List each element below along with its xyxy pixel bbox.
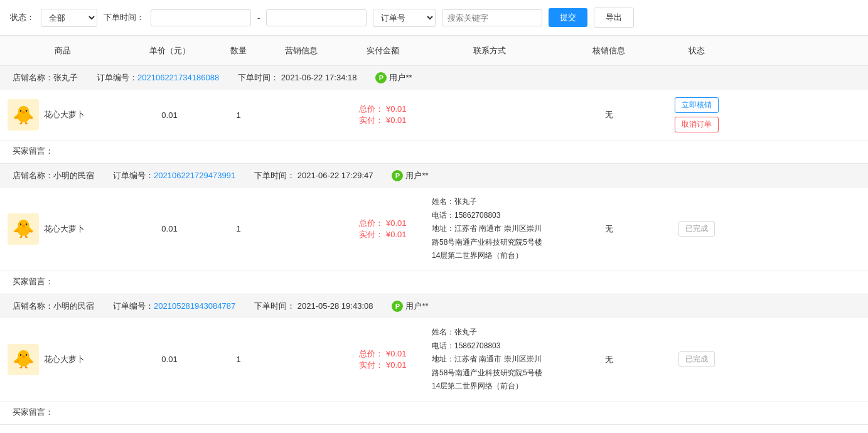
user-name-0: 用户** — [389, 72, 412, 83]
paid-amount-1-0: 总价： ¥0.01 实付： ¥0.01 — [339, 218, 427, 240]
date-end-input[interactable] — [266, 9, 367, 26]
user-tag-2: P 用户** — [392, 301, 428, 312]
order-item-row-1-0: 🐥 花心大萝卜 0.011 总价： ¥0.01 实付： ¥0.01 姓名：张丸子… — [0, 188, 868, 271]
table-header: 商品 单价（元） 数量 营销信息 实付金额 联系方式 核销信息 状态 — [0, 36, 868, 66]
order-no-label-2: 订单编号：202105281943084787 — [113, 301, 235, 312]
export-button[interactable]: 导出 — [594, 8, 634, 28]
order-time-label: 下单时间： — [104, 12, 144, 23]
order-item-row-2-0: 🐥 花心大萝卜 0.011 总价： ¥0.01 实付： ¥0.01 姓名：张丸子… — [0, 318, 868, 402]
order-block-1: 店铺名称：小明的民宿 订单编号：202106221729473991 下单时间：… — [0, 164, 868, 294]
user-name-1: 用户** — [405, 170, 428, 181]
shop-name-1: 店铺名称：小明的民宿 — [13, 170, 94, 181]
paid-amount-0-0: 总价： ¥0.01 实付： ¥0.01 — [339, 104, 427, 126]
status-cell-2-0: 已完成 — [665, 351, 728, 367]
col-product: 商品 — [0, 43, 126, 59]
buyer-remark-0: 买家留言： — [0, 141, 868, 163]
product-avatar-0-0: 🐥 — [8, 99, 39, 131]
col-verify: 核销信息 — [552, 43, 665, 59]
paid-price-line-1-0: 实付： ¥0.01 — [339, 229, 427, 240]
toolbar: 状态： 全部 待付款 待发货 已发货 已完成 已取消 下单时间： - 订单号 商… — [0, 0, 868, 36]
col-contact: 联系方式 — [427, 43, 552, 59]
contact-cell-1-0: 姓名：张丸子 电话：15862708803 地址：江苏省 南通市 崇川区崇川路5… — [427, 195, 552, 263]
product-name-0-0: 花心大萝卜 — [44, 109, 85, 120]
paid-price-line-0-0: 实付： ¥0.01 — [339, 115, 427, 126]
contact-phone-1-0: 电话：15862708803 — [432, 209, 547, 223]
verify-button-0-0[interactable]: 立即核销 — [675, 97, 719, 113]
col-paid: 实付金额 — [339, 43, 427, 59]
paid-price-line-2-0: 实付： ¥0.01 — [339, 360, 427, 371]
shop-name-2: 店铺名称：小明的民宿 — [13, 301, 94, 312]
unit-price-2-0: 0.01 — [126, 355, 213, 364]
user-icon-1: P — [392, 170, 403, 181]
order-item-row-0-0: 🐥 花心大萝卜 0.011 总价： ¥0.01 实付： ¥0.01 无 立即核销… — [0, 90, 868, 141]
verify-cell-1-0: 无 — [552, 223, 665, 235]
status-cell-1-0: 已完成 — [665, 221, 728, 237]
done-button-2-0: 已完成 — [678, 351, 715, 367]
contact-address-1-0: 地址：江苏省 南通市 崇川区崇川路58号南通产业科技研究院5号楼14层第二世界网… — [432, 222, 547, 263]
date-start-input[interactable] — [151, 9, 251, 26]
col-qty: 数量 — [213, 43, 264, 59]
status-cell-0-0: 立即核销 取消订单 — [665, 97, 728, 132]
product-name-1-0: 花心大萝卜 — [44, 223, 85, 235]
buyer-remark-2: 买家留言： — [0, 402, 868, 424]
col-price: 单价（元） — [126, 43, 213, 59]
search-input[interactable] — [442, 9, 542, 26]
paid-amount-2-0: 总价： ¥0.01 实付： ¥0.01 — [339, 348, 427, 371]
buyer-remark-1: 买家留言： — [0, 271, 868, 294]
product-cell-0-0: 🐥 花心大萝卜 — [0, 99, 126, 131]
contact-phone-2-0: 电话：15862708803 — [432, 339, 547, 353]
quantity-0-0: 1 — [213, 110, 264, 120]
contact-cell-2-0: 姓名：张丸子 电话：15862708803 地址：江苏省 南通市 崇川区崇川路5… — [427, 326, 552, 393]
order-block-2: 店铺名称：小明的民宿 订单编号：202105281943084787 下单时间：… — [0, 294, 868, 425]
order-time-1: 下单时间： 2021-06-22 17:29:47 — [254, 170, 373, 181]
order-time-0: 下单时间： 2021-06-22 17:34:18 — [238, 72, 356, 83]
product-cell-2-0: 🐥 花心大萝卜 — [0, 344, 126, 375]
status-label: 状态： — [10, 12, 35, 23]
order-type-select[interactable]: 订单号 商品名 用户 — [373, 9, 436, 27]
user-name-2: 用户** — [405, 301, 428, 312]
verify-cell-0-0: 无 — [552, 109, 665, 120]
order-info-row-1: 店铺名称：小明的民宿 订单编号：202106221729473991 下单时间：… — [0, 164, 868, 188]
user-icon-0: P — [375, 72, 387, 83]
shop-name-0: 店铺名称：张丸子 — [13, 72, 78, 83]
user-tag-0: P 用户** — [375, 72, 412, 83]
col-status: 状态 — [665, 43, 728, 59]
order-no-2[interactable]: 202105281943084787 — [154, 301, 235, 311]
contact-address-2-0: 地址：江苏省 南通市 崇川区崇川路58号南通产业科技研究院5号楼14层第二世界网… — [432, 353, 547, 393]
order-no-0[interactable]: 202106221734186088 — [137, 73, 219, 82]
total-price-line-2-0: 总价： ¥0.01 — [339, 348, 427, 360]
order-no-label-0: 订单编号：202106221734186088 — [97, 72, 219, 83]
order-info-row-0: 店铺名称：张丸子 订单编号：202106221734186088 下单时间： 2… — [0, 66, 868, 90]
user-tag-1: P 用户** — [392, 170, 428, 181]
date-dash: - — [257, 13, 260, 23]
done-button-1-0: 已完成 — [678, 221, 715, 237]
order-block-0: 店铺名称：张丸子 订单编号：202106221734186088 下单时间： 2… — [0, 66, 868, 164]
product-avatar-1-0: 🐥 — [8, 213, 39, 245]
contact-name-1-0: 姓名：张丸子 — [432, 195, 547, 209]
col-marketing: 营销信息 — [264, 43, 339, 59]
quantity-1-0: 1 — [213, 224, 264, 233]
user-icon-2: P — [392, 301, 403, 312]
product-name-2-0: 花心大萝卜 — [44, 354, 85, 365]
contact-name-2-0: 姓名：张丸子 — [432, 326, 547, 339]
order-info-row-2: 店铺名称：小明的民宿 订单编号：202105281943084787 下单时间：… — [0, 294, 868, 318]
verify-cell-2-0: 无 — [552, 354, 665, 365]
cancel-button-0-0[interactable]: 取消订单 — [675, 117, 719, 132]
order-no-1[interactable]: 202106221729473991 — [154, 171, 235, 180]
total-price-line-1-0: 总价： ¥0.01 — [339, 218, 427, 229]
product-avatar-2-0: 🐥 — [8, 344, 39, 375]
quantity-2-0: 1 — [213, 355, 264, 364]
submit-button[interactable]: 提交 — [549, 8, 587, 27]
order-time-2: 下单时间： 2021-05-28 19:43:08 — [254, 301, 373, 312]
total-price-line-0-0: 总价： ¥0.01 — [339, 104, 427, 115]
orders-container: 店铺名称：张丸子 订单编号：202106221734186088 下单时间： 2… — [0, 66, 868, 425]
status-select[interactable]: 全部 待付款 待发货 已发货 已完成 已取消 — [41, 9, 97, 27]
order-no-label-1: 订单编号：202106221729473991 — [113, 170, 235, 181]
unit-price-0-0: 0.01 — [126, 110, 213, 120]
unit-price-1-0: 0.01 — [126, 224, 213, 233]
product-cell-1-0: 🐥 花心大萝卜 — [0, 213, 126, 245]
